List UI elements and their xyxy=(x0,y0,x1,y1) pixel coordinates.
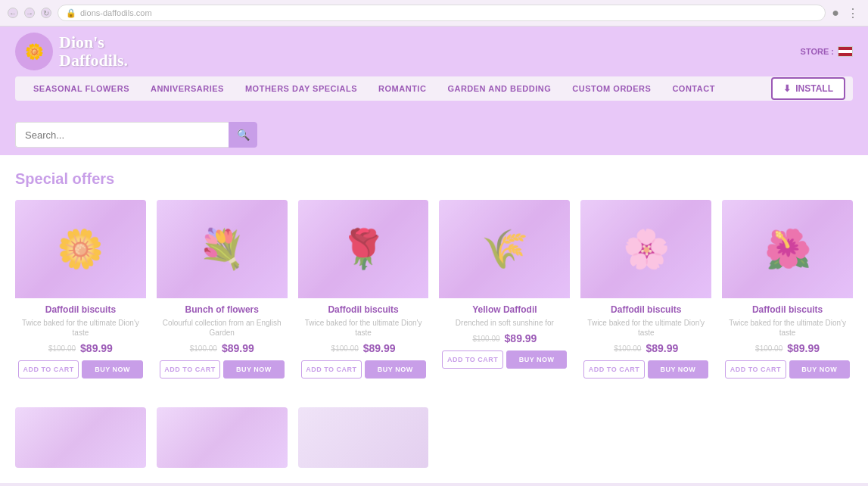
nav-item-garden[interactable]: GARDEN AND BEDDING xyxy=(437,76,562,101)
forward-button[interactable]: → xyxy=(24,8,35,18)
product-image-inner-4: 🌾 xyxy=(439,200,570,298)
product-card-partial-1 xyxy=(15,407,146,468)
product-price-row-6: $100.00 $89.99 xyxy=(725,342,850,354)
nav-item-mothers-day[interactable]: MOTHERS DAY SPECIALS xyxy=(235,76,368,101)
product-name-4: Yellow Daffodil xyxy=(442,304,567,315)
logo-icon: 🌼 xyxy=(15,33,53,70)
logo-text: Dion's Daffodils. xyxy=(59,33,128,70)
banner-area: 🔍 xyxy=(0,107,868,155)
url-text: dions-daffodils.com xyxy=(80,8,817,17)
product-actions-5: ADD TO CART BUY NOW xyxy=(583,360,708,379)
search-icon: 🔍 xyxy=(237,129,250,141)
url-bar[interactable]: 🔒 dions-daffodils.com xyxy=(58,5,826,21)
browser-menu-button[interactable]: ⋮ xyxy=(845,5,860,20)
nav-item-contact[interactable]: CONTACT xyxy=(661,76,725,101)
product-actions-6: ADD TO CART BUY NOW xyxy=(725,360,850,379)
flag-icon xyxy=(838,46,853,57)
add-to-cart-button-5[interactable]: ADD TO CART xyxy=(583,360,644,379)
product-actions-3: ADD TO CART BUY NOW xyxy=(301,360,426,379)
product-price-row-3: $100.00 $89.99 xyxy=(301,342,426,354)
product-image-inner-2: 💐 xyxy=(157,200,288,298)
product-name-3: Daffodil biscuits xyxy=(301,304,426,315)
logo-area[interactable]: 🌼 Dion's Daffodils. xyxy=(15,33,128,70)
product-info-3: Daffodil biscuits Twice baked for the ul… xyxy=(298,298,429,385)
product-actions-2: ADD TO CART BUY NOW xyxy=(160,360,285,379)
price-original-5: $100.00 xyxy=(614,344,641,353)
product-card-2[interactable]: 💐 Bunch of flowers Colourful collection … xyxy=(157,200,288,385)
product-info-4: Yellow Daffodil Drenched in soft sunshin… xyxy=(439,298,570,375)
product-image-inner-1: 🌼 xyxy=(15,200,146,298)
buy-now-button-3[interactable]: BUY NOW xyxy=(365,360,425,379)
install-icon: ⬇ xyxy=(783,83,791,94)
lock-icon: 🔒 xyxy=(66,8,76,18)
product-desc-4: Drenched in soft sunshine for xyxy=(442,318,567,328)
product-price-row-4: $100.00 $89.99 xyxy=(442,332,567,344)
price-sale-1: $89.99 xyxy=(80,342,113,354)
product-price-row-1: $100.00 $89.99 xyxy=(18,342,143,354)
product-image-5: 🌸 xyxy=(580,200,711,298)
buy-now-button-6[interactable]: BUY NOW xyxy=(789,360,850,379)
product-card-partial-3 xyxy=(298,407,429,468)
product-actions-1: ADD TO CART BUY NOW xyxy=(18,360,143,379)
back-button[interactable]: ← xyxy=(8,8,18,18)
buy-now-button-5[interactable]: BUY NOW xyxy=(648,360,708,379)
install-label: INSTALL xyxy=(795,83,833,94)
browser-chrome: ← → ↻ 🔒 dions-daffodils.com ● ⋮ xyxy=(0,0,868,26)
price-sale-2: $89.99 xyxy=(222,342,254,354)
nav-item-seasonal[interactable]: SEASONAL FLOWERS xyxy=(23,76,140,101)
price-original-1: $100.00 xyxy=(48,344,76,353)
product-name-1: Daffodil biscuits xyxy=(18,304,143,315)
product-name-6: Daffodil biscuits xyxy=(725,304,850,315)
profile-icon: ● xyxy=(832,6,839,20)
product-image-6: 🌺 xyxy=(722,200,853,298)
product-desc-5: Twice baked for the ultimate Dion'y tast… xyxy=(583,318,708,338)
product-info-2: Bunch of flowers Colourful collection fr… xyxy=(157,298,288,385)
product-card-5[interactable]: 🌸 Daffodil biscuits Twice baked for the … xyxy=(580,200,711,385)
product-info-5: Daffodil biscuits Twice baked for the ul… xyxy=(580,298,711,385)
product-actions-4: ADD TO CART BUY NOW xyxy=(442,350,567,369)
search-bar: 🔍 xyxy=(15,122,257,148)
nav-item-romantic[interactable]: ROMANTIC xyxy=(368,76,437,101)
search-input[interactable] xyxy=(15,122,229,148)
product-name-5: Daffodil biscuits xyxy=(583,304,708,315)
price-sale-4: $89.99 xyxy=(505,332,537,344)
buy-now-button-2[interactable]: BUY NOW xyxy=(223,360,284,379)
section-title: Special offers xyxy=(15,170,853,188)
product-image-3: 🌹 xyxy=(298,200,429,298)
main-content: Special offers 🌼 Daffodil biscuits Twice… xyxy=(0,155,868,483)
refresh-button[interactable]: ↻ xyxy=(41,8,51,18)
buy-now-button-1[interactable]: BUY NOW xyxy=(82,360,142,379)
price-sale-5: $89.99 xyxy=(646,342,678,354)
header-top: 🌼 Dion's Daffodils. STORE : xyxy=(15,33,853,70)
product-price-row-2: $100.00 $89.99 xyxy=(160,342,285,354)
search-button[interactable]: 🔍 xyxy=(229,122,257,148)
product-image-inner-6: 🌺 xyxy=(722,200,853,298)
nav-item-anniversaries[interactable]: ANNIVERSARIES xyxy=(140,76,235,101)
install-button[interactable]: ⬇ INSTALL xyxy=(771,77,845,100)
add-to-cart-button-2[interactable]: ADD TO CART xyxy=(160,360,220,379)
product-grid: 🌼 Daffodil biscuits Twice baked for the … xyxy=(15,200,853,385)
product-info-6: Daffodil biscuits Twice baked for the ul… xyxy=(722,298,853,385)
product-price-row-5: $100.00 $89.99 xyxy=(583,342,708,354)
product-info-1: Daffodil biscuits Twice baked for the ul… xyxy=(15,298,146,385)
price-original-6: $100.00 xyxy=(755,344,782,353)
price-original-4: $100.00 xyxy=(472,335,499,343)
product-desc-3: Twice baked for the ultimate Dion'y tast… xyxy=(301,318,426,338)
product-image-4: 🌾 xyxy=(439,200,570,298)
product-card-4[interactable]: 🌾 Yellow Daffodil Drenched in soft sunsh… xyxy=(439,200,570,385)
product-card-6[interactable]: 🌺 Daffodil biscuits Twice baked for the … xyxy=(722,200,853,385)
add-to-cart-button-3[interactable]: ADD TO CART xyxy=(301,360,362,379)
add-to-cart-button-4[interactable]: ADD TO CART xyxy=(442,350,502,369)
product-name-2: Bunch of flowers xyxy=(160,304,285,315)
nav-item-custom-orders[interactable]: CUSTOM ORDERS xyxy=(562,76,661,101)
price-original-2: $100.00 xyxy=(190,344,217,353)
product-card-3[interactable]: 🌹 Daffodil biscuits Twice baked for the … xyxy=(298,200,429,385)
add-to-cart-button-1[interactable]: ADD TO CART xyxy=(18,360,79,379)
product-card[interactable]: 🌼 Daffodil biscuits Twice baked for the … xyxy=(15,200,146,385)
add-to-cart-button-6[interactable]: ADD TO CART xyxy=(725,360,786,379)
store-label: STORE : xyxy=(801,47,834,56)
product-desc-6: Twice baked for the ultimate Dion'y tast… xyxy=(725,318,850,338)
store-indicator[interactable]: STORE : xyxy=(801,46,853,57)
buy-now-button-4[interactable]: BUY NOW xyxy=(506,350,567,369)
price-sale-6: $89.99 xyxy=(787,342,820,354)
